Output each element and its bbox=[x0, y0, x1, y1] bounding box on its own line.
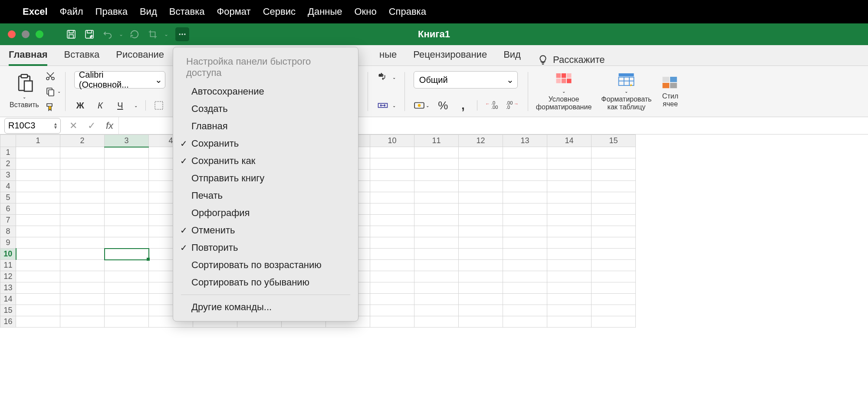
cell[interactable] bbox=[16, 237, 60, 249]
cell[interactable] bbox=[459, 294, 503, 305]
cut-icon[interactable] bbox=[45, 71, 56, 81]
cell[interactable] bbox=[503, 305, 547, 316]
dropdown-item[interactable]: Автосохранение bbox=[173, 83, 358, 100]
save-as-icon[interactable] bbox=[82, 27, 96, 41]
cell[interactable] bbox=[414, 147, 459, 158]
cell[interactable] bbox=[503, 260, 547, 271]
cell[interactable] bbox=[370, 282, 414, 294]
cell[interactable] bbox=[414, 249, 459, 260]
menu-data[interactable]: Данные bbox=[308, 6, 342, 17]
cell[interactable] bbox=[592, 158, 636, 170]
cell[interactable] bbox=[414, 282, 459, 294]
cell[interactable] bbox=[592, 147, 636, 158]
cell[interactable] bbox=[370, 203, 414, 215]
cell[interactable] bbox=[503, 181, 547, 192]
row-header[interactable]: 9 bbox=[0, 237, 16, 249]
menu-edit[interactable]: Правка bbox=[95, 6, 128, 17]
dropdown-item[interactable]: Орфография bbox=[173, 204, 358, 222]
cell[interactable] bbox=[60, 305, 105, 316]
cell[interactable] bbox=[16, 158, 60, 170]
cell[interactable] bbox=[60, 294, 105, 305]
cell[interactable] bbox=[16, 305, 60, 316]
cell[interactable] bbox=[459, 249, 503, 260]
cell[interactable] bbox=[16, 294, 60, 305]
spreadsheet-grid[interactable]: 1234910111213141512345678910111213141516 bbox=[0, 134, 868, 328]
cell[interactable] bbox=[592, 181, 636, 192]
cell[interactable] bbox=[16, 260, 60, 271]
cell[interactable] bbox=[105, 170, 149, 181]
cell[interactable] bbox=[459, 181, 503, 192]
menu-service[interactable]: Сервис bbox=[263, 6, 296, 17]
cell[interactable] bbox=[592, 271, 636, 282]
cell[interactable] bbox=[370, 316, 414, 328]
cell[interactable] bbox=[592, 249, 636, 260]
paste-button[interactable]: ⌄ Вставить bbox=[6, 69, 43, 113]
cell[interactable] bbox=[370, 237, 414, 249]
menu-window[interactable]: Окно bbox=[355, 6, 377, 17]
cell[interactable] bbox=[60, 158, 105, 170]
cell[interactable] bbox=[547, 237, 592, 249]
cell[interactable] bbox=[105, 158, 149, 170]
cell[interactable] bbox=[60, 316, 105, 328]
column-header[interactable]: 1 bbox=[16, 135, 60, 147]
row-header[interactable]: 15 bbox=[0, 305, 16, 316]
cell[interactable] bbox=[592, 203, 636, 215]
tell-me-search[interactable]: Расскажите bbox=[537, 54, 605, 66]
cell[interactable] bbox=[105, 237, 149, 249]
dropdown-item[interactable]: Главная bbox=[173, 118, 358, 135]
cell[interactable] bbox=[414, 215, 459, 226]
tab-data-partial[interactable]: ные bbox=[379, 45, 397, 66]
cell[interactable] bbox=[60, 249, 105, 260]
cell[interactable] bbox=[105, 249, 149, 260]
cell[interactable] bbox=[459, 170, 503, 181]
dropdown-item[interactable]: Сортировать по убыванию bbox=[173, 274, 358, 291]
cell[interactable] bbox=[60, 226, 105, 237]
cell[interactable] bbox=[105, 192, 149, 203]
cell[interactable] bbox=[503, 158, 547, 170]
cell[interactable] bbox=[459, 215, 503, 226]
dropdown-item[interactable]: Отменить bbox=[173, 222, 358, 239]
maximize-window-button[interactable] bbox=[36, 30, 43, 38]
crop-icon[interactable] bbox=[146, 27, 160, 41]
cell[interactable] bbox=[16, 203, 60, 215]
save-icon[interactable] bbox=[64, 27, 78, 41]
column-header[interactable]: 15 bbox=[592, 135, 636, 147]
undo-icon[interactable] bbox=[101, 27, 115, 41]
menu-help[interactable]: Справка bbox=[389, 6, 426, 17]
column-header[interactable]: 12 bbox=[459, 135, 503, 147]
close-window-button[interactable] bbox=[8, 30, 16, 38]
column-header[interactable]: 13 bbox=[503, 135, 547, 147]
menu-view[interactable]: Вид bbox=[140, 6, 157, 17]
cell[interactable] bbox=[547, 271, 592, 282]
decrease-decimal-icon[interactable]: .00.0→ bbox=[506, 100, 519, 111]
cell[interactable] bbox=[414, 271, 459, 282]
cell[interactable] bbox=[370, 170, 414, 181]
fx-icon[interactable]: fx bbox=[106, 120, 113, 131]
cell[interactable] bbox=[105, 203, 149, 215]
crop-dropdown-caret[interactable]: ⌄ bbox=[164, 31, 168, 37]
row-header[interactable]: 16 bbox=[0, 316, 16, 328]
cell[interactable] bbox=[16, 192, 60, 203]
app-name[interactable]: Excel bbox=[23, 6, 48, 17]
font-name-select[interactable]: Calibri (Основной... bbox=[74, 71, 165, 88]
cell[interactable] bbox=[459, 203, 503, 215]
row-header[interactable]: 7 bbox=[0, 215, 16, 226]
comma-style-icon[interactable]: , bbox=[457, 99, 469, 111]
cell[interactable] bbox=[105, 215, 149, 226]
dropdown-item[interactable]: Печать bbox=[173, 187, 358, 204]
cell[interactable] bbox=[459, 271, 503, 282]
row-header[interactable]: 14 bbox=[0, 294, 16, 305]
cell[interactable] bbox=[414, 294, 459, 305]
tab-insert[interactable]: Вставка bbox=[64, 45, 99, 66]
chevron-down-icon[interactable]: ⌄ bbox=[392, 75, 396, 80]
cell[interactable] bbox=[370, 305, 414, 316]
cell[interactable] bbox=[414, 226, 459, 237]
cell[interactable] bbox=[414, 237, 459, 249]
menu-format[interactable]: Формат bbox=[217, 6, 251, 17]
cell[interactable] bbox=[503, 249, 547, 260]
cell[interactable] bbox=[459, 260, 503, 271]
cell[interactable] bbox=[60, 282, 105, 294]
cell[interactable] bbox=[370, 294, 414, 305]
cell[interactable] bbox=[414, 158, 459, 170]
cell[interactable] bbox=[459, 316, 503, 328]
